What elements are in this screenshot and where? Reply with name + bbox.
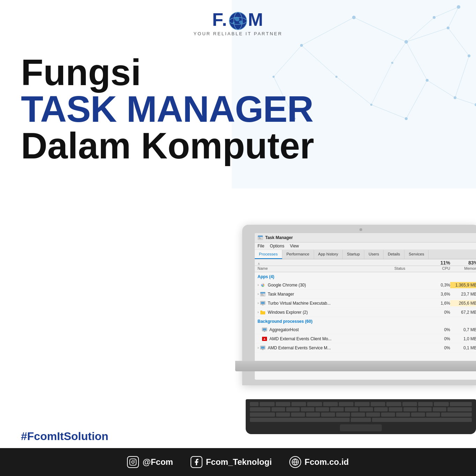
table-row: › AMD External Events Service M... <box>255 343 476 352</box>
svg-rect-48 <box>260 292 265 293</box>
row-cpu: 3,6% <box>426 292 450 297</box>
vm-icon3 <box>260 345 266 351</box>
facebook-label: Fcom_Teknologi <box>206 457 272 467</box>
col-memory-label: Memory <box>464 266 476 270</box>
svg-point-19 <box>300 44 303 47</box>
laptop-container: Task Manager File Options View Processes… <box>235 225 476 434</box>
svg-rect-49 <box>261 294 263 295</box>
website-label: Fcom.co.id <box>305 457 349 467</box>
memory-pct: 83% <box>450 260 476 266</box>
tab-app-history[interactable]: App history <box>314 250 343 259</box>
section-background: Background processes (60) <box>255 317 476 325</box>
logo-tagline: YOUR RELIABLE IT PARTNER <box>194 31 283 36</box>
row-cpu: 0,3% <box>426 283 450 288</box>
tm-menubar[interactable]: File Options View <box>255 243 476 250</box>
row-chevron: › <box>258 310 259 314</box>
row-name-amd-client: A AMD External Events Client Mo... <box>262 336 394 342</box>
table-row: › Windows Explorer (2) 0% <box>255 308 476 317</box>
svg-rect-41 <box>258 236 263 237</box>
globe-icon <box>229 12 247 30</box>
table-row: › <box>255 281 476 290</box>
table-row: › Task Manager <box>255 290 476 299</box>
taskmanager-icon <box>260 291 266 297</box>
tab-users[interactable]: Users <box>364 250 384 259</box>
footer-facebook[interactable]: Fcom_Teknologi <box>191 456 272 468</box>
vm-icon <box>260 300 266 306</box>
menu-view[interactable]: View <box>290 244 299 248</box>
row-memory: 265,6 MB <box>450 300 476 306</box>
footer-website[interactable]: Fcom.co.id <box>289 456 349 468</box>
laptop-screen: Task Manager File Options View Processes… <box>255 233 476 380</box>
cpu-pct: 11% <box>426 260 450 266</box>
table-row: › Turbo Virtual Machine Executab... <box>255 299 476 308</box>
row-memory: 67,2 MB <box>450 309 476 315</box>
header: F. M YOUR RELIABLE IT PARTNER <box>0 10 476 36</box>
row-chevron: › <box>258 301 259 305</box>
row-cpu: 1,6% <box>426 301 450 306</box>
tab-processes[interactable]: Processes <box>255 250 282 259</box>
row-cpu: 0% <box>426 345 450 350</box>
row-memory: 0,7 MB <box>450 327 476 333</box>
row-chevron: › <box>258 283 259 287</box>
keyboard-touchpad <box>340 424 382 431</box>
amd-icon: A <box>262 336 267 342</box>
footer-hashtag: #FcomItSolution <box>21 430 109 443</box>
laptop-camera <box>359 228 362 231</box>
row-memory: 0,1 MB <box>450 345 476 351</box>
svg-text:A: A <box>263 337 266 341</box>
logo-text: F. M <box>212 10 264 30</box>
svg-point-24 <box>405 117 408 120</box>
svg-rect-50 <box>261 295 264 296</box>
svg-point-46 <box>262 284 264 286</box>
svg-point-29 <box>457 5 460 9</box>
row-name-aggregator: AggregatorHost <box>262 327 394 333</box>
section-apps: Apps (4) <box>255 272 476 281</box>
title-line3: Dalam Komputer <box>21 127 314 164</box>
footer-instagram[interactable]: @Fcom <box>127 456 173 468</box>
row-memory: 1.365,9 MB <box>450 282 476 288</box>
svg-rect-53 <box>262 305 263 305</box>
laptop-outer: Task Manager File Options View Processes… <box>235 225 476 392</box>
tab-performance[interactable]: Performance <box>282 250 314 259</box>
chrome-icon <box>260 282 266 288</box>
svg-rect-56 <box>264 331 265 332</box>
col-cpu-label: CPU <box>442 266 450 270</box>
row-name-taskmanager: Task Manager <box>260 291 394 297</box>
svg-point-22 <box>426 79 429 82</box>
col-status-label: Status <box>394 266 405 270</box>
tm-title-icon <box>258 235 263 240</box>
logo-container: F. M YOUR RELIABLE IT PARTNER <box>194 10 283 36</box>
svg-point-63 <box>132 461 134 463</box>
tab-services[interactable]: Services <box>404 250 429 259</box>
vm-icon2 <box>262 327 267 333</box>
row-name-chrome: Google Chrome (30) <box>260 282 394 288</box>
title-line2: TASK MANAGER <box>21 91 314 127</box>
svg-rect-55 <box>263 328 266 330</box>
website-icon <box>289 456 301 468</box>
menu-file[interactable]: File <box>258 244 264 248</box>
facebook-icon <box>191 456 202 468</box>
menu-options[interactable]: Options <box>270 244 284 248</box>
svg-rect-60 <box>261 347 265 349</box>
title-line1: Fungsi <box>21 54 314 91</box>
svg-rect-42 <box>259 237 260 238</box>
footer-bar: @Fcom Fcom_Teknologi Fcom.co.id <box>0 448 476 476</box>
sort-arrow: ∧ <box>258 262 260 266</box>
row-name-amd-service: AMD External Events Service M... <box>260 345 394 351</box>
row-name-explorer: Windows Explorer (2) <box>260 310 394 315</box>
tm-tabs[interactable]: Processes Performance App history Startu… <box>255 250 476 259</box>
tab-startup[interactable]: Startup <box>343 250 364 259</box>
instagram-icon <box>127 456 139 468</box>
row-cpu: 0% <box>426 310 450 315</box>
row-chevron: › <box>258 346 259 350</box>
tab-details[interactable]: Details <box>384 250 404 259</box>
row-cpu: 0% <box>426 336 450 341</box>
table-row: AggregatorHost 0% 0,7 MB <box>255 325 476 334</box>
laptop-base <box>235 361 476 371</box>
folder-icon <box>260 310 266 315</box>
svg-rect-62 <box>130 459 136 465</box>
svg-point-25 <box>335 76 337 78</box>
task-manager-window: Task Manager File Options View Processes… <box>255 233 476 380</box>
row-chevron: › <box>258 292 259 296</box>
row-cpu: 0% <box>426 327 450 332</box>
